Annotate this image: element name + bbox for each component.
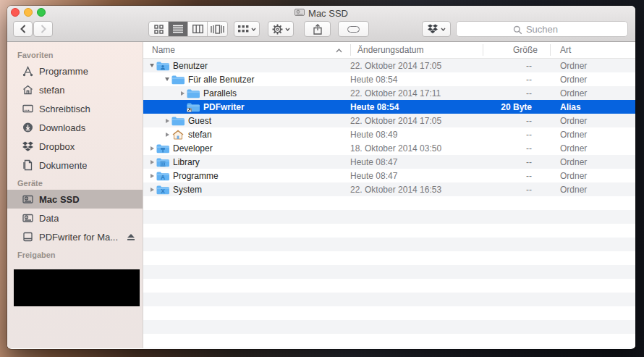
desktop-icon	[22, 103, 34, 114]
search-input[interactable]	[457, 24, 627, 35]
disclosure-collapsed-icon[interactable]	[178, 91, 187, 96]
sidebar-item-downloads[interactable]: Downloads	[7, 118, 143, 137]
sidebar-item-data[interactable]: Data	[7, 209, 143, 227]
table-row-parallels[interactable]: Parallels22. Oktober 2014 17:11--Ordner	[143, 86, 635, 100]
view-segment-list-view[interactable]	[169, 22, 188, 36]
chevron-down-icon	[285, 28, 290, 31]
name-cell: Developer	[143, 143, 350, 154]
sidebar-item-dokumente[interactable]: Dokumente	[7, 156, 143, 175]
date-modified-cell: Heute 08:49	[350, 130, 483, 140]
drive-icon	[295, 8, 305, 19]
disclosure-collapsed-icon[interactable]	[163, 133, 171, 137]
forward-button[interactable]	[33, 21, 53, 37]
file-list: NameÄnderungsdatumGrößeArt Benutzer22. O…	[143, 42, 635, 348]
table-row-pdfwriter[interactable]: PDFwriterHeute 08:5420 ByteAlias	[143, 100, 635, 114]
chevron-right-icon	[41, 25, 46, 33]
kind-cell: Ordner	[538, 61, 635, 71]
name-cell: PDFwriter	[143, 102, 350, 112]
table-row-benutzer[interactable]: Benutzer22. Oktober 2014 17:05--Ordner	[143, 59, 635, 72]
action-button[interactable]	[268, 21, 294, 37]
disclosure-collapsed-icon[interactable]	[163, 119, 171, 123]
home-folder-icon	[171, 130, 185, 140]
size-cell: --	[483, 143, 538, 154]
eject-icon[interactable]	[127, 233, 135, 241]
disclosure-expanded-icon[interactable]	[148, 64, 156, 67]
file-name: Benutzer	[173, 61, 208, 71]
date-modified-cell: Heute 08:54	[350, 75, 483, 85]
window-content: FavoritenProgrammestefanSchreibtischDown…	[7, 42, 635, 348]
kind-cell: Ordner	[538, 116, 635, 126]
table-row-stefan[interactable]: stefanHeute 08:49--Ordner	[143, 127, 635, 141]
file-name: Library	[173, 157, 200, 167]
view-segment-column-view[interactable]	[188, 22, 208, 36]
folder-icon	[187, 88, 200, 98]
folder-icon	[171, 75, 185, 85]
size-cell: --	[483, 171, 538, 181]
title-toolbar: Mac SSD	[7, 6, 635, 42]
column-header-änderungsdatum[interactable]: Änderungsdatum	[357, 45, 423, 55]
disclosure-collapsed-icon[interactable]	[148, 160, 156, 164]
sidebar-section-title: Geräte	[7, 175, 143, 190]
column-header-art[interactable]: Art	[560, 45, 571, 55]
disclosure-expanded-icon[interactable]	[163, 77, 171, 81]
sidebar-item-label: Programme	[39, 66, 88, 77]
disclosure-collapsed-icon[interactable]	[148, 188, 156, 192]
size-cell: --	[483, 75, 538, 85]
table-row-developer[interactable]: Developer18. Oktober 2014 03:50--Ordner	[143, 141, 635, 155]
redacted-share-item[interactable]	[14, 269, 140, 306]
empty-rows-stripes	[143, 196, 635, 348]
table-row-f-r-alle-benutzer[interactable]: Für alle BenutzerHeute 08:54--Ordner	[143, 72, 635, 86]
coverflow-view-icon	[211, 25, 224, 34]
sidebar-item-pdfwriter-for-ma-[interactable]: PDFwriter for Ma...	[7, 227, 143, 246]
sidebar-item-label: Downloads	[39, 122, 85, 133]
column-header-größe[interactable]: Größe	[513, 45, 538, 55]
sort-ascending-icon	[336, 45, 342, 55]
table-row-guest[interactable]: Guest22. Oktober 2014 17:05--Ordner	[143, 114, 635, 127]
share-button[interactable]	[304, 21, 331, 37]
kind-cell: Ordner	[538, 143, 635, 154]
dropbox-button[interactable]	[422, 21, 451, 37]
kind-cell: Ordner	[538, 157, 635, 167]
sidebar-section-title: Freigaben	[7, 246, 143, 261]
sidebar-item-label: PDFwriter for Ma...	[39, 232, 118, 243]
sidebar-item-programme[interactable]: Programme	[7, 62, 143, 80]
sidebar-item-dropbox[interactable]: Dropbox	[7, 137, 143, 156]
date-modified-cell: Heute 08:47	[350, 157, 483, 167]
column-header-name[interactable]: Name	[152, 45, 175, 55]
view-segment-icon-view[interactable]	[149, 22, 169, 36]
users-folder-icon	[156, 61, 169, 71]
back-button[interactable]	[13, 21, 33, 37]
view-switcher	[148, 21, 228, 37]
date-modified-cell: 22. Oktober 2014 17:05	[350, 116, 483, 126]
folder-icon	[171, 116, 185, 126]
table-row-system[interactable]: XSystem22. Oktober 2014 16:53--Ordner	[143, 182, 635, 196]
sidebar-item-stefan[interactable]: stefan	[7, 80, 143, 99]
sidebar-item-schreibtisch[interactable]: Schreibtisch	[7, 99, 143, 118]
sidebar-item-label: Mac SSD	[39, 194, 80, 205]
table-row-library[interactable]: LibraryHeute 08:47--Ordner	[143, 155, 635, 169]
chevron-down-icon	[251, 28, 256, 31]
column-divider[interactable]	[550, 44, 551, 56]
column-divider[interactable]	[483, 44, 483, 56]
gear-icon	[272, 24, 283, 35]
kind-cell: Ordner	[538, 185, 635, 195]
kind-cell: Ordner	[538, 130, 635, 140]
name-cell: XSystem	[143, 185, 350, 195]
arrange-icon	[238, 25, 249, 33]
column-divider[interactable]	[350, 44, 351, 56]
size-cell: 20 Byte	[483, 102, 538, 112]
chevron-left-icon	[20, 25, 26, 33]
sidebar-item-mac-ssd[interactable]: Mac SSD	[7, 190, 143, 209]
name-cell: Guest	[143, 116, 350, 126]
view-segment-coverflow-view[interactable]	[208, 22, 227, 36]
arrange-button[interactable]	[234, 21, 260, 37]
table-row-programme[interactable]: AProgrammeHeute 08:47--Ordner	[143, 169, 635, 182]
tag-button[interactable]	[338, 21, 369, 37]
disclosure-collapsed-icon[interactable]	[148, 146, 156, 151]
name-cell: Für alle Benutzer	[143, 75, 350, 85]
name-cell: stefan	[143, 130, 350, 140]
external-drive-icon	[22, 231, 34, 243]
disclosure-collapsed-icon[interactable]	[148, 174, 156, 178]
date-modified-cell: Heute 08:47	[350, 171, 483, 181]
title-bar: Mac SSD	[7, 7, 635, 19]
